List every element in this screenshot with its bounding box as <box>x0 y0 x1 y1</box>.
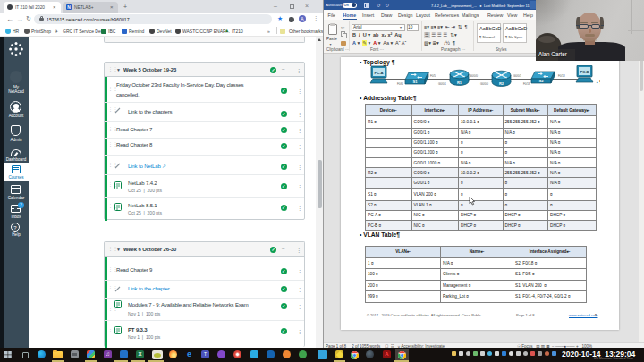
svg-text:F0/18: F0/18 <box>558 73 565 77</box>
svg-text:F0/18: F0/18 <box>523 81 530 85</box>
svg-text:S2: S2 <box>538 79 544 83</box>
svg-text:F0/5: F0/5 <box>430 73 436 77</box>
svg-text:G0/0/0: G0/0/0 <box>470 73 478 77</box>
svg-text:▪ ¶: ▪ ¶ <box>597 80 600 85</box>
svg-text:F0/6: F0/6 <box>397 81 402 85</box>
svg-text:R1: R1 <box>457 80 462 84</box>
svg-text:G0/0/0: G0/0/0 <box>480 81 488 85</box>
svg-text:PC-A: PC-A <box>374 70 383 74</box>
svg-text:G0/0/1: G0/0/1 <box>438 81 446 85</box>
svg-text:G0/0/1: G0/0/1 <box>513 73 521 77</box>
svg-text:R2: R2 <box>499 80 504 85</box>
svg-text:PC-B: PC-B <box>580 69 589 73</box>
svg-text:S1: S1 <box>412 80 418 84</box>
